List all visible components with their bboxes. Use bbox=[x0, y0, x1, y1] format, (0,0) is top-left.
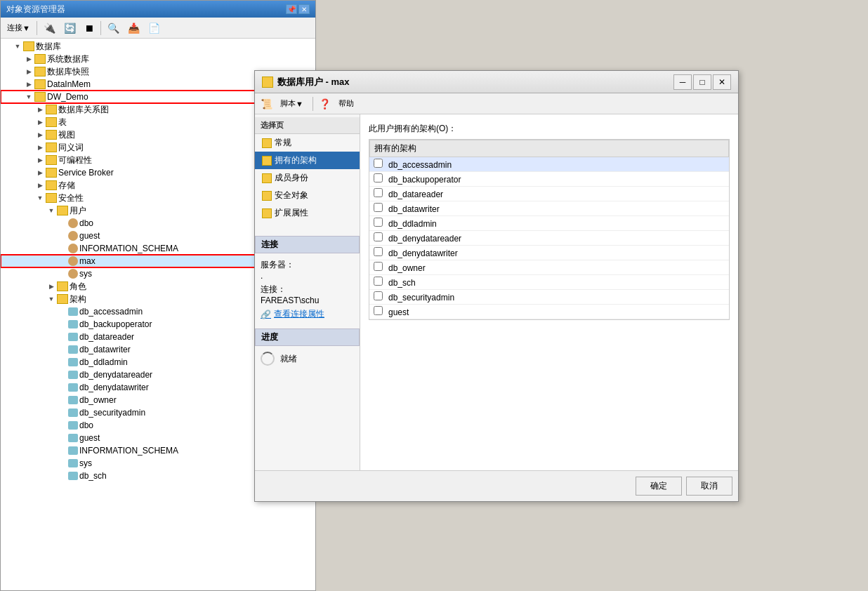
pin-btn[interactable]: 📌 bbox=[286, 4, 297, 14]
schema-checkbox-db_sch[interactable] bbox=[374, 277, 383, 286]
schema-row[interactable]: db_denydatareader bbox=[369, 231, 729, 246]
toolbar-btn-1[interactable]: 🔌 bbox=[40, 20, 59, 36]
users-folder-label: 用户 bbox=[70, 205, 86, 217]
schema-name-db_backupoperator: db_backupoperator bbox=[388, 175, 461, 185]
schema-checkbox-db_ddladmin[interactable] bbox=[374, 218, 383, 227]
connect-title: 连接 bbox=[255, 236, 360, 253]
schema-name-db_denydatawriter: db_denydatawriter bbox=[388, 248, 458, 258]
expand-users[interactable]: ▼ bbox=[46, 205, 57, 216]
expand-storage[interactable]: ▶ bbox=[34, 180, 46, 191]
schema-row[interactable]: db_sch bbox=[369, 275, 729, 290]
service-broker-icon bbox=[46, 168, 57, 178]
schema-row[interactable]: db_accessadmin bbox=[369, 157, 729, 172]
dw-demo-icon bbox=[34, 92, 46, 102]
dialog-toolbar-sep bbox=[313, 97, 313, 111]
expand-service-broker[interactable]: ▶ bbox=[34, 167, 46, 178]
synonyms-label: 同义词 bbox=[58, 142, 84, 154]
cancel-button[interactable]: 取消 bbox=[686, 477, 732, 496]
toolbar-btn-5[interactable]: 📥 bbox=[124, 20, 143, 36]
ok-button[interactable]: 确定 bbox=[636, 477, 682, 496]
schema-row[interactable]: db_owner bbox=[369, 260, 729, 275]
expand-programmability[interactable]: ▶ bbox=[34, 154, 46, 166]
extended-props-label: 扩展属性 bbox=[275, 207, 308, 219]
expand-snapshot[interactable]: ▶ bbox=[23, 66, 34, 77]
connect-link-icon: 🔗 bbox=[261, 310, 271, 319]
close-btn[interactable]: ✕ bbox=[713, 74, 731, 90]
user-info-icon bbox=[68, 244, 78, 253]
help-button[interactable]: 帮助 bbox=[335, 96, 357, 111]
expand-tables[interactable]: ▶ bbox=[34, 117, 46, 128]
explorer-toolbar: 连接 ▼ 🔌 🔄 ⏹ 🔍 📥 📄 bbox=[1, 18, 315, 39]
dialog-sidebar: 选择页 常规 拥有的架构 成员身份 安全对象 扩展属性 bbox=[255, 114, 360, 470]
expand-databases[interactable]: ▼ bbox=[12, 41, 23, 52]
schema-row[interactable]: db_ddladmin bbox=[369, 216, 729, 231]
toolbar-btn-3[interactable]: ⏹ bbox=[81, 20, 98, 36]
schema-checkbox-db_datareader[interactable] bbox=[374, 188, 383, 197]
expand-system-db[interactable]: ▶ bbox=[23, 53, 34, 65]
schema-checkbox-db_accessadmin[interactable] bbox=[374, 159, 383, 168]
diagrams-label: 数据库关系图 bbox=[58, 104, 109, 116]
schema-dbo-icon bbox=[68, 421, 78, 430]
schema-dbo-label: dbo bbox=[79, 420, 93, 430]
programmability-label: 可编程性 bbox=[58, 154, 92, 166]
schema-name-db_datareader: db_datareader bbox=[388, 190, 443, 199]
minimize-btn[interactable]: ─ bbox=[673, 74, 692, 90]
schema-checkbox-guest[interactable] bbox=[374, 306, 383, 315]
sidebar-item-extended-props[interactable]: 扩展属性 bbox=[255, 204, 360, 222]
schema-checkbox-db_denydatareader[interactable] bbox=[374, 232, 383, 241]
toolbar-btn-4[interactable]: 🔍 bbox=[104, 20, 123, 36]
toolbar-btn-2[interactable]: 🔄 bbox=[60, 20, 79, 36]
databases-label: 数据库 bbox=[36, 41, 61, 53]
connect-button[interactable]: 连接 ▼ bbox=[4, 20, 34, 35]
sidebar-item-general[interactable]: 常规 bbox=[255, 134, 360, 152]
dropdown-icon: ▼ bbox=[22, 24, 30, 32]
expand-synonyms[interactable]: ▶ bbox=[34, 142, 46, 153]
expand-dw-demo[interactable]: ▼ bbox=[23, 91, 34, 102]
roles-label: 角色 bbox=[70, 281, 86, 293]
dialog-title-controls: ─ □ ✕ bbox=[673, 74, 731, 90]
datalnmem-icon bbox=[34, 79, 46, 89]
expand-schemas[interactable]: ▼ bbox=[46, 293, 57, 305]
expand-security[interactable]: ▼ bbox=[34, 192, 46, 204]
expand-diagrams[interactable]: ▶ bbox=[34, 104, 46, 115]
sidebar-item-member-role[interactable]: 成员身份 bbox=[255, 169, 360, 187]
schema-sys-icon bbox=[68, 459, 78, 467]
schema-row[interactable]: db_denydatawriter bbox=[369, 246, 729, 260]
schema-row[interactable]: db_datareader bbox=[369, 187, 729, 201]
schema-datareader-icon bbox=[68, 333, 78, 341]
view-link-label: 查看连接属性 bbox=[274, 308, 324, 320]
close-btn[interactable]: ✕ bbox=[298, 4, 310, 14]
user-guest-label: guest bbox=[79, 231, 100, 241]
tree-system-db[interactable]: ▶ 系统数据库 bbox=[1, 53, 315, 65]
schema-name-guest: guest bbox=[388, 307, 409, 317]
schema-row[interactable]: db_securityadmin bbox=[369, 290, 729, 305]
script-button[interactable]: 脚本 ▼ bbox=[277, 96, 307, 111]
schema-checkbox-db_securityadmin[interactable] bbox=[374, 291, 383, 300]
storage-icon bbox=[46, 180, 57, 190]
connection-label: 连接： bbox=[261, 284, 354, 296]
expand-datalnmem[interactable]: ▶ bbox=[23, 79, 34, 90]
schema-checkbox-db_datawriter[interactable] bbox=[374, 203, 383, 212]
expand-views[interactable]: ▶ bbox=[34, 129, 46, 140]
schema-row[interactable]: db_backupoperator bbox=[369, 172, 729, 187]
tree-root-databases[interactable]: ▼ 数据库 bbox=[1, 40, 315, 53]
schema-row[interactable]: db_datawriter bbox=[369, 201, 729, 216]
toolbar-btn-6[interactable]: 📄 bbox=[145, 20, 164, 36]
view-connection-link[interactable]: 🔗 查看连接属性 bbox=[261, 308, 354, 320]
dialog-body: 选择页 常规 拥有的架构 成员身份 安全对象 扩展属性 bbox=[255, 114, 738, 470]
schema-checkbox-db_owner[interactable] bbox=[374, 262, 383, 271]
connect-section: 连接 服务器： . 连接： FAREAST\schu 🔗 查看连接属性 bbox=[255, 236, 360, 323]
schema-checkbox-db_backupoperator[interactable] bbox=[374, 173, 383, 182]
sidebar-item-security-objects[interactable]: 安全对象 bbox=[255, 187, 360, 204]
storage-label: 存储 bbox=[58, 180, 75, 192]
toolbar-sep-2 bbox=[100, 21, 101, 35]
user-dbo-label: dbo bbox=[79, 218, 93, 228]
member-role-label: 成员身份 bbox=[275, 172, 308, 184]
expand-roles[interactable]: ▶ bbox=[46, 281, 57, 292]
script-label: 脚本 bbox=[280, 98, 296, 109]
maximize-btn[interactable]: □ bbox=[693, 74, 711, 90]
sidebar-item-owned-schemas[interactable]: 拥有的架构 bbox=[255, 152, 360, 169]
schema-row[interactable]: guest bbox=[369, 305, 729, 319]
schema-checkbox-db_denydatawriter[interactable] bbox=[374, 247, 383, 256]
service-broker-label: Service Broker bbox=[58, 168, 114, 178]
